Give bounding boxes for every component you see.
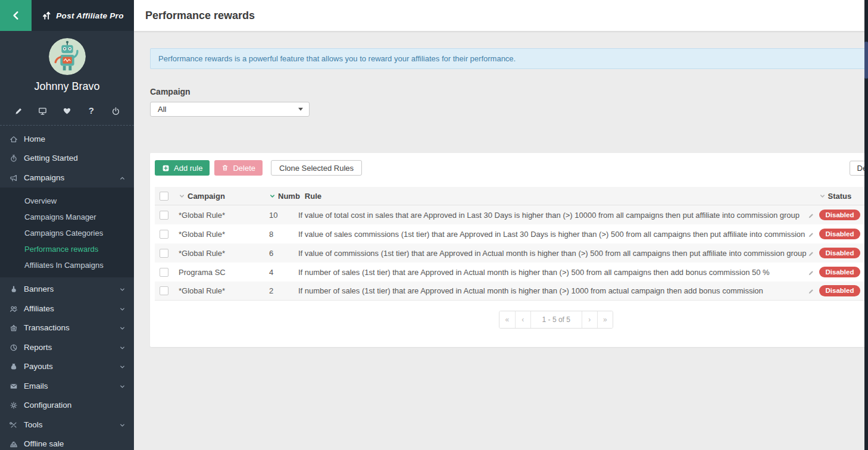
- page-content: Performance rewards is a powerful featur…: [134, 31, 868, 450]
- pagination-next-button[interactable]: ›: [582, 311, 597, 328]
- column-header-numb[interactable]: Numb: [278, 192, 300, 201]
- collapse-sidebar-button[interactable]: [0, 0, 32, 31]
- table-header-row: Campaign Numb Rule Status: [155, 187, 868, 205]
- sidebar-item-offline-sale[interactable]: Offline sale: [0, 435, 134, 450]
- chevron-down-icon: [119, 304, 126, 313]
- campaign-filter-label: Campaign: [150, 87, 868, 96]
- column-header-campaign[interactable]: Campaign: [188, 192, 225, 201]
- sort-icon-numb-active[interactable]: [269, 193, 276, 199]
- delete-button[interactable]: Delete: [214, 160, 263, 176]
- sidebar-item-transactions[interactable]: Transactions: [0, 318, 134, 338]
- inline-edit-pencil-icon[interactable]: [808, 211, 814, 220]
- chevron-left-icon: [11, 10, 21, 21]
- info-banner: Performance rewards is a powerful featur…: [150, 48, 868, 69]
- robot-avatar-image: [49, 38, 86, 75]
- table-row: *Global Rule* 8 If value of sales commis…: [155, 224, 868, 243]
- submenu-item-overview[interactable]: Overview: [0, 193, 134, 209]
- status-badge[interactable]: Disabled: [819, 210, 861, 221]
- submenu-item-performance-rewards[interactable]: Performance rewards: [0, 241, 134, 257]
- pagination-last-button[interactable]: »: [597, 311, 613, 328]
- rule-cell: If value of commissions (1st tier) that …: [296, 249, 817, 258]
- brand-name: Post Affiliate Pro: [56, 11, 123, 20]
- gear-icon: [10, 401, 24, 410]
- add-rule-button[interactable]: Add rule: [155, 160, 210, 176]
- rules-toolbar: Add rule Delete Clone Selected Rules Def…: [155, 160, 868, 176]
- row-checkbox[interactable]: [160, 268, 168, 277]
- application-window: Post Affiliate Pro: [0, 0, 868, 450]
- main-area: Performance rewards Performance rewards …: [134, 0, 868, 450]
- row-checkbox[interactable]: [160, 230, 168, 239]
- sidebar-item-campaigns[interactable]: Campaigns: [0, 168, 134, 188]
- trash-icon: [221, 164, 229, 171]
- inline-edit-pencil-icon[interactable]: [808, 286, 814, 295]
- sidebar-item-banners[interactable]: Banners: [0, 280, 134, 299]
- avatar[interactable]: [49, 38, 86, 75]
- brand-logo[interactable]: Post Affiliate Pro: [32, 0, 134, 31]
- chevron-down-icon: [119, 420, 126, 429]
- sidebar-item-getting-started[interactable]: Getting Started: [0, 149, 134, 168]
- pagination-first-button[interactable]: «: [499, 311, 515, 328]
- growth-arrows-icon: [42, 11, 52, 21]
- caret-down-icon: [298, 108, 303, 111]
- rules-table: Campaign Numb Rule Status: [155, 187, 868, 301]
- chevron-down-icon: [119, 285, 126, 293]
- inline-edit-pencil-icon[interactable]: [808, 249, 814, 258]
- table-row: Programa SC 4 If number of sales (1st ti…: [155, 262, 868, 282]
- inline-edit-pencil-icon[interactable]: [808, 268, 814, 277]
- campaign-cell: *Global Rule*: [176, 211, 267, 220]
- pagination-prev-button[interactable]: ‹: [515, 311, 530, 328]
- clone-selected-rules-button[interactable]: Clone Selected Rules: [271, 160, 362, 176]
- table-row: *Global Rule* 6 If value of commissions …: [155, 243, 868, 262]
- rule-cell: If value of total cost in sales that are…: [296, 211, 817, 220]
- users-icon: [10, 304, 24, 313]
- edit-profile-pencil-icon[interactable]: [11, 105, 26, 115]
- sidebar-item-payouts[interactable]: Payouts: [0, 357, 134, 377]
- megaphone-icon: [10, 173, 24, 182]
- column-header-status[interactable]: Status: [828, 192, 852, 201]
- status-badge[interactable]: Disabled: [819, 267, 861, 278]
- sidebar-divider: [0, 125, 134, 126]
- page-header: Performance rewards: [134, 0, 868, 31]
- inline-edit-pencil-icon[interactable]: [808, 230, 814, 239]
- user-profile: Johnny Bravo ?: [0, 31, 134, 115]
- table-row: *Global Rule* 2 If number of sales (1st …: [155, 282, 868, 301]
- row-checkbox[interactable]: [160, 286, 168, 295]
- sidebar-item-emails[interactable]: Emails: [0, 376, 134, 396]
- page-title: Performance rewards: [145, 10, 868, 22]
- row-checkbox[interactable]: [160, 211, 168, 220]
- column-header-rule[interactable]: Rule: [305, 192, 321, 201]
- sidebar-item-home[interactable]: Home: [0, 129, 134, 149]
- money-bag-icon: [10, 362, 24, 371]
- sidebar-item-affiliates[interactable]: Affiliates: [0, 299, 134, 318]
- status-badge[interactable]: Disabled: [819, 248, 861, 259]
- home-icon: [10, 135, 24, 143]
- heartbeat-icon[interactable]: [60, 105, 75, 115]
- sidebar-item-tools[interactable]: Tools: [0, 415, 134, 435]
- rules-card: Add rule Delete Clone Selected Rules Def…: [150, 153, 868, 347]
- sort-icon-campaign[interactable]: [179, 193, 185, 199]
- select-all-checkbox[interactable]: [160, 192, 168, 201]
- crossed-tools-icon: [10, 420, 24, 429]
- campaign-select[interactable]: All: [150, 102, 310, 117]
- submenu-item-campaigns-manager[interactable]: Campaigns Manager: [0, 209, 134, 225]
- help-question-icon[interactable]: ?: [83, 105, 99, 115]
- monitor-icon[interactable]: [35, 105, 51, 115]
- status-badge[interactable]: Disabled: [819, 285, 861, 296]
- campaign-cell: *Global Rule*: [176, 230, 267, 239]
- scrollbar-thumb[interactable]: [864, 42, 868, 79]
- campaign-cell: *Global Rule*: [176, 249, 267, 258]
- basket-icon: [10, 323, 24, 332]
- status-badge[interactable]: Disabled: [819, 229, 861, 240]
- sidebar-item-configuration[interactable]: Configuration: [0, 396, 134, 415]
- page-scrollbar[interactable]: [864, 0, 868, 450]
- sidebar-item-reports[interactable]: Reports: [0, 338, 134, 357]
- sort-icon-status[interactable]: [819, 193, 826, 199]
- rule-cell: If number of sales (1st tier) that are A…: [296, 268, 817, 277]
- submenu-item-campaigns-categories[interactable]: Campaigns Categories: [0, 225, 134, 241]
- row-checkbox[interactable]: [160, 249, 168, 258]
- pagination-range-label: 1 - 5 of 5: [530, 311, 582, 328]
- campaign-cell: Programa SC: [176, 268, 267, 277]
- submenu-item-affiliates-in-campaigns[interactable]: Affiliates In Campaigns: [0, 257, 134, 273]
- power-logout-icon[interactable]: [108, 105, 123, 115]
- rule-cell: If number of sales (1st tier) that are A…: [296, 286, 817, 295]
